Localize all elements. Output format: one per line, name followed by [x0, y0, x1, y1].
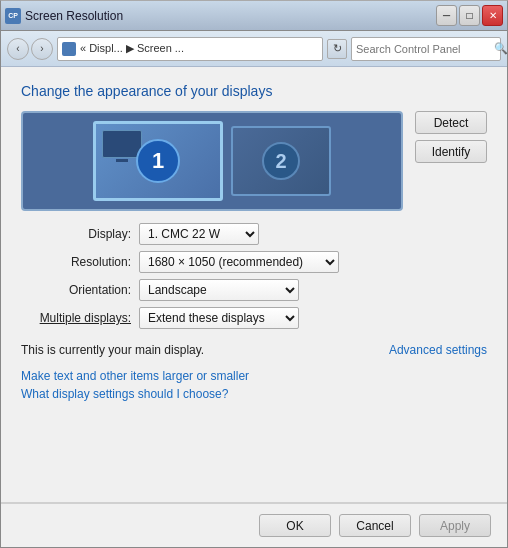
bottom-bar: OK Cancel Apply: [1, 503, 507, 547]
status-row: This is currently your main display. Adv…: [21, 343, 487, 357]
orientation-dropdown[interactable]: Landscape Portrait Landscape (flipped) P…: [139, 279, 299, 301]
display-thumb-2[interactable]: 2: [231, 126, 331, 196]
search-bar[interactable]: 🔍: [351, 37, 501, 61]
close-button[interactable]: ✕: [482, 5, 503, 26]
maximize-button[interactable]: □: [459, 5, 480, 26]
links-section: Make text and other items larger or smal…: [21, 369, 487, 401]
display-control: 1. CMC 22 W 2. Generic Monitor: [139, 223, 487, 245]
display-thumb-1[interactable]: 1: [93, 121, 223, 201]
titlebar: CP Screen Resolution ─ □ ✕: [1, 1, 507, 31]
identify-button[interactable]: Identify: [415, 140, 487, 163]
content-area: Change the appearance of your displays 1…: [1, 67, 507, 502]
resolution-label: Resolution:: [21, 255, 131, 269]
address-bar: « Displ... ▶ Screen ...: [57, 37, 323, 61]
cancel-button[interactable]: Cancel: [339, 514, 411, 537]
status-text: This is currently your main display.: [21, 343, 204, 357]
display-dropdown[interactable]: 1. CMC 22 W 2. Generic Monitor: [139, 223, 259, 245]
search-icon: 🔍: [494, 42, 508, 55]
resolution-dropdown[interactable]: 1680 × 1050 (recommended) 1280 × 1024 10…: [139, 251, 339, 273]
back-button[interactable]: ‹: [7, 38, 29, 60]
titlebar-left: CP Screen Resolution: [5, 8, 123, 24]
titlebar-buttons: ─ □ ✕: [436, 5, 503, 26]
address-bar-icon: [62, 42, 76, 56]
display-previews: 1 2: [21, 111, 403, 211]
address-text: « Displ... ▶ Screen ...: [80, 42, 318, 55]
text-size-link[interactable]: Make text and other items larger or smal…: [21, 369, 487, 383]
display-number-1: 1: [136, 139, 180, 183]
multiple-displays-dropdown[interactable]: Extend these displays Duplicate these di…: [139, 307, 299, 329]
nav-buttons: ‹ ›: [7, 38, 53, 60]
multiple-displays-label: Multiple displays:: [21, 311, 131, 325]
orientation-control: Landscape Portrait Landscape (flipped) P…: [139, 279, 487, 301]
main-window: CP Screen Resolution ─ □ ✕ ‹ › « Displ..…: [0, 0, 508, 548]
multiple-displays-control: Extend these displays Duplicate these di…: [139, 307, 487, 329]
display-number-2: 2: [262, 142, 300, 180]
detect-button[interactable]: Detect: [415, 111, 487, 134]
orientation-label: Orientation:: [21, 283, 131, 297]
window-title: Screen Resolution: [25, 9, 123, 23]
refresh-button[interactable]: ↻: [327, 39, 347, 59]
display-section: 1 2 Detect Identify: [21, 111, 487, 211]
toolbar: ‹ › « Displ... ▶ Screen ... ↻ 🔍: [1, 31, 507, 67]
minimize-button[interactable]: ─: [436, 5, 457, 26]
display-buttons: Detect Identify: [415, 111, 487, 163]
resolution-control: 1680 × 1050 (recommended) 1280 × 1024 10…: [139, 251, 487, 273]
window-icon: CP: [5, 8, 21, 24]
settings-grid: Display: 1. CMC 22 W 2. Generic Monitor …: [21, 223, 487, 329]
advanced-settings-link[interactable]: Advanced settings: [389, 343, 487, 357]
display-settings-link[interactable]: What display settings should I choose?: [21, 387, 487, 401]
forward-button[interactable]: ›: [31, 38, 53, 60]
display-label: Display:: [21, 227, 131, 241]
apply-button[interactable]: Apply: [419, 514, 491, 537]
ok-button[interactable]: OK: [259, 514, 331, 537]
search-input[interactable]: [356, 43, 494, 55]
page-title: Change the appearance of your displays: [21, 83, 487, 99]
